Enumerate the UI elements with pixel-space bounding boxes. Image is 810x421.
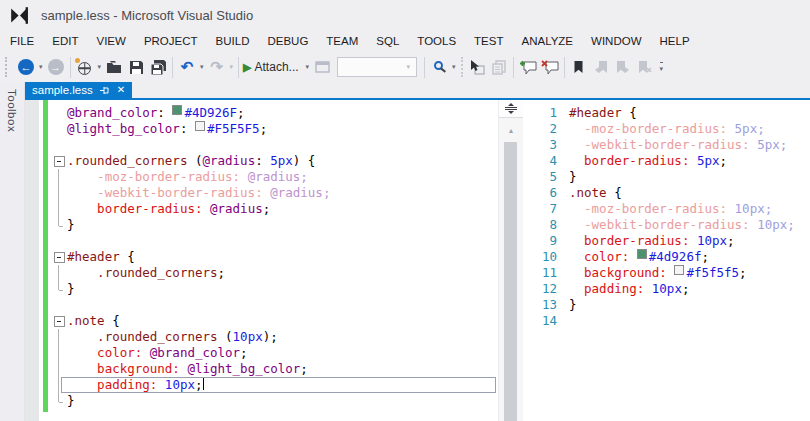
code-line[interactable]: #header { — [25, 249, 498, 265]
code-line[interactable] — [25, 137, 498, 153]
open-file-button[interactable] — [104, 55, 124, 79]
toolbar-grip[interactable] — [5, 57, 10, 77]
menu-bar: FILEEDITVIEWPROJECTBUILDDEBUGTEAMSQLTOOL… — [0, 30, 810, 52]
preview-line[interactable]: 6.note { — [523, 185, 810, 201]
navigate-backward-dropdown[interactable]: ▾ — [39, 63, 43, 71]
navigate-backward-button[interactable]: ← — [16, 55, 36, 79]
attach-label: Attach... — [255, 60, 299, 74]
toolbox-label: Toolbox — [6, 89, 18, 421]
less-editor-pane[interactable]: @brand_color: #4D926F;@light_bg_color: #… — [25, 100, 498, 421]
toolbar-separator — [172, 57, 173, 78]
code-line[interactable]: -webkit-border-radius: @radius; — [25, 185, 498, 201]
save-button[interactable] — [126, 55, 146, 79]
code-line[interactable] — [25, 297, 498, 313]
code-line[interactable]: -moz-border-radius: @radius; — [25, 169, 498, 185]
code-line[interactable]: .rounded_corners (@radius: 5px) { — [25, 153, 498, 169]
redo-dropdown[interactable]: ▾ — [230, 63, 234, 71]
line-number: 4 — [523, 153, 557, 169]
menu-test[interactable]: TEST — [465, 32, 512, 50]
editor-vertical-scrollbar[interactable]: ▲ — [498, 100, 523, 421]
code-line[interactable]: } — [25, 281, 498, 297]
code-line[interactable]: .note { — [25, 313, 498, 329]
menu-project[interactable]: PROJECT — [135, 32, 207, 50]
add-comment-button[interactable] — [518, 55, 538, 79]
code-line[interactable] — [25, 233, 498, 249]
line-number: 7 — [523, 201, 557, 217]
scrollbar-thumb[interactable] — [504, 142, 517, 421]
code-line[interactable]: @light_bg_color: #F5F5F5; — [25, 121, 498, 137]
delete-comment-button[interactable] — [540, 55, 560, 79]
outline-margin — [51, 105, 67, 121]
preview-line[interactable]: 11 background: #f5f5f5; — [523, 265, 810, 281]
menu-window[interactable]: WINDOW — [582, 32, 650, 50]
code-line[interactable]: } — [25, 217, 498, 233]
previous-bookmark-button[interactable] — [591, 55, 611, 79]
find-in-files-button[interactable] — [429, 55, 449, 79]
menu-file[interactable]: FILE — [1, 32, 43, 50]
next-bookmark-button[interactable] — [613, 55, 633, 79]
menu-build[interactable]: BUILD — [207, 32, 259, 50]
close-icon[interactable]: ✕ — [117, 85, 125, 95]
toolbar-overflow-button[interactable]: ▾ — [660, 62, 664, 73]
preview-line[interactable]: 14 — [523, 313, 810, 329]
preview-line[interactable]: 5} — [523, 169, 810, 185]
attach-dropdown[interactable]: ▾ — [306, 63, 310, 71]
toolbox-panel-tab[interactable]: Toolbox — [0, 82, 25, 421]
select-element-button[interactable] — [467, 55, 487, 79]
color-swatch-white — [674, 265, 684, 275]
outline-margin — [51, 169, 67, 185]
outline-margin — [51, 297, 67, 313]
preview-line[interactable]: 12 padding: 10px; — [523, 281, 810, 297]
preview-line[interactable]: 4 border-radius: 5px; — [523, 153, 810, 169]
pin-icon[interactable] — [100, 86, 110, 95]
undo-button[interactable]: ↶ — [177, 55, 197, 79]
clear-bookmarks-button[interactable] — [635, 55, 655, 79]
preview-line[interactable]: 13} — [523, 297, 810, 313]
menu-analyze[interactable]: ANALYZE — [512, 32, 582, 50]
outline-margin — [51, 393, 67, 409]
preview-line[interactable]: 7 -moz-border-radius: 10px; — [523, 201, 810, 217]
fold-collapse-box[interactable] — [51, 153, 67, 169]
color-swatch-white — [195, 121, 205, 131]
fold-collapse-box[interactable] — [51, 313, 67, 329]
new-item-dropdown[interactable]: ▾ — [98, 63, 102, 71]
find-dropdown[interactable]: ▾ — [452, 63, 456, 71]
undo-dropdown[interactable]: ▾ — [200, 63, 204, 71]
menu-help[interactable]: HELP — [651, 32, 699, 50]
attach-button[interactable]: ▶ Attach... — [243, 55, 303, 79]
preview-line[interactable]: 10 color: #4d926f; — [523, 249, 810, 265]
save-all-button[interactable] — [148, 55, 168, 79]
code-line[interactable]: @brand_color: #4D926F; — [25, 105, 498, 121]
preview-line[interactable]: 8 -webkit-border-radius: 10px; — [523, 217, 810, 233]
solution-configurations-combo[interactable]: ▾ — [337, 57, 417, 77]
new-web-page-button[interactable] — [75, 55, 95, 79]
menu-tools[interactable]: TOOLS — [408, 32, 465, 50]
code-line[interactable]: .rounded_corners (10px); — [25, 329, 498, 345]
menu-team[interactable]: TEAM — [317, 32, 367, 50]
code-line[interactable]: .rounded_corners; — [25, 265, 498, 281]
navigate-forward-button[interactable]: → — [46, 55, 66, 79]
menu-debug[interactable]: DEBUG — [258, 32, 317, 50]
preview-line[interactable]: 2 -moz-border-radius: 5px; — [523, 121, 810, 137]
copy-disabled-button[interactable] — [489, 55, 509, 79]
code-line[interactable]: color: @brand_color; — [25, 345, 498, 361]
css-preview-pane[interactable]: 1#header {2 -moz-border-radius: 5px;3 -w… — [523, 100, 810, 421]
code-line[interactable]: } — [25, 393, 498, 409]
scroll-up-arrow[interactable]: ▲ — [499, 124, 523, 138]
tab-sample-less[interactable]: sample.less ✕ — [25, 82, 132, 98]
toggle-bookmark-button[interactable] — [569, 55, 589, 79]
preview-line[interactable]: 9 border-radius: 10px; — [523, 233, 810, 249]
preview-line[interactable]: 3 -webkit-border-radius: 5px; — [523, 137, 810, 153]
code-line[interactable]: border-radius: @radius; — [25, 201, 498, 217]
preview-line[interactable]: 1#header { — [523, 105, 810, 121]
menu-edit[interactable]: EDIT — [43, 32, 87, 50]
code-line-current[interactable]: padding: 10px; — [25, 377, 498, 393]
splitter-handle[interactable] — [499, 100, 523, 118]
outline-margin — [51, 201, 67, 217]
redo-button[interactable]: ↷ — [207, 55, 227, 79]
menu-sql[interactable]: SQL — [367, 32, 408, 50]
code-line[interactable]: background: @light_bg_color; — [25, 361, 498, 377]
line-number: 1 — [523, 105, 557, 121]
fold-collapse-box[interactable] — [51, 249, 67, 265]
menu-view[interactable]: VIEW — [88, 32, 135, 50]
